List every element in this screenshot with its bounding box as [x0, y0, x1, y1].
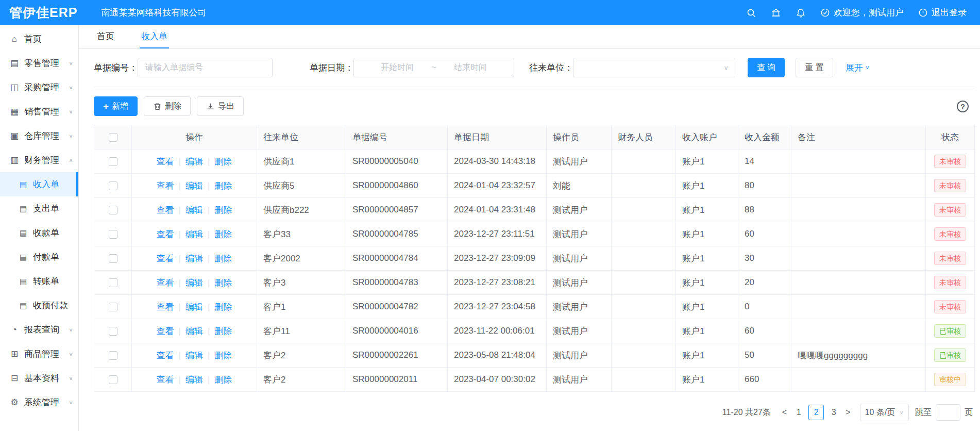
bill-no-input[interactable]	[138, 58, 273, 77]
sidebar-item-receipt-bill[interactable]: ▤ 收款单	[0, 221, 78, 245]
sidebar-item-warehouse[interactable]: ▣ 仓库管理 ∨	[0, 124, 78, 148]
edit-link[interactable]: 编辑	[185, 326, 203, 336]
delete-link[interactable]: 删除	[214, 351, 232, 360]
row-checkbox[interactable]	[109, 278, 117, 287]
sidebar-item-basic-data[interactable]: ⊟ 基本资料 ∨	[0, 366, 78, 390]
row-checkbox[interactable]	[109, 351, 117, 360]
view-link[interactable]: 查看	[157, 254, 174, 263]
row-checkbox[interactable]	[109, 327, 117, 336]
edit-link[interactable]: 编辑	[185, 302, 203, 312]
edit-link[interactable]: 编辑	[185, 181, 203, 191]
delete-button[interactable]: 删除	[144, 96, 191, 116]
bill-date-cell: 2023-04-07 00:30:02	[448, 368, 547, 392]
sidebar-item-goods[interactable]: ⊞ 商品管理 ∨	[0, 342, 78, 366]
operator-cell: 刘能	[547, 174, 612, 198]
operator-cell: 测试用户	[547, 271, 612, 295]
sidebar-item-retail[interactable]: ▤ 零售管理 ∨	[0, 51, 78, 75]
table-row: 查看|编辑|删除 客户2002 SR00000004784 2023-12-27…	[94, 246, 975, 271]
sidebar-item-label: 销售管理	[24, 106, 59, 118]
logout-button[interactable]: 退出登录	[918, 7, 967, 19]
sidebar-item-advance-receipt[interactable]: ▤ 收预付款	[0, 293, 78, 318]
finance-staff-cell	[612, 271, 676, 295]
view-link[interactable]: 查看	[157, 375, 174, 385]
page-number-1[interactable]: 1	[791, 405, 806, 420]
select-all-checkbox[interactable]	[109, 133, 117, 142]
row-checkbox[interactable]	[109, 206, 117, 214]
view-link[interactable]: 查看	[157, 302, 174, 312]
view-link[interactable]: 查看	[157, 157, 174, 167]
page-size-select[interactable]: 10 条/页 ∨	[860, 404, 909, 421]
add-button[interactable]: + 新增	[94, 96, 138, 116]
view-link[interactable]: 查看	[157, 351, 174, 360]
view-link[interactable]: 查看	[157, 181, 174, 191]
view-link[interactable]: 查看	[157, 229, 174, 239]
row-checkbox[interactable]	[109, 375, 117, 384]
prev-page-arrow[interactable]: <	[778, 408, 791, 417]
delete-link[interactable]: 删除	[214, 157, 232, 167]
row-checkbox[interactable]	[109, 181, 117, 190]
status-badge: 未审核	[934, 276, 966, 290]
chevron-down-icon: ∨	[899, 409, 904, 415]
sidebar-item-sales[interactable]: ▦ 销售管理 ∨	[0, 100, 78, 124]
page-number-2[interactable]: 2	[808, 405, 824, 420]
row-checkbox[interactable]	[109, 303, 117, 311]
delete-link[interactable]: 删除	[214, 326, 232, 336]
delete-link[interactable]: 删除	[214, 205, 232, 215]
view-link[interactable]: 查看	[157, 278, 174, 288]
sidebar-subitem-label: 支出单	[33, 203, 59, 214]
sidebar-item-home[interactable]: ⌂ 首页	[0, 27, 78, 51]
jump-page-input[interactable]	[936, 404, 960, 421]
sidebar-item-reports[interactable]: ◔ 报表查询 ∨	[0, 318, 78, 342]
income-amount-cell: 80	[738, 174, 791, 198]
view-link[interactable]: 查看	[157, 205, 174, 215]
sidebar-item-income-bill[interactable]: ▤ 收入单	[0, 172, 78, 196]
sidebar-item-label: 仓库管理	[24, 130, 59, 142]
delete-link[interactable]: 删除	[214, 229, 232, 239]
edit-link[interactable]: 编辑	[185, 229, 203, 239]
export-button[interactable]: 导出	[197, 96, 244, 116]
edit-link[interactable]: 编辑	[185, 254, 203, 263]
edit-link[interactable]: 编辑	[185, 351, 203, 360]
date-range-input[interactable]: 开始时间 ~ 结束时间	[353, 58, 514, 77]
delete-link[interactable]: 删除	[214, 278, 232, 288]
remark-cell	[791, 246, 926, 271]
next-page-arrow[interactable]: >	[841, 408, 854, 417]
edit-link[interactable]: 编辑	[185, 157, 203, 167]
delete-link[interactable]: 删除	[214, 181, 232, 191]
delete-link[interactable]: 删除	[214, 254, 232, 263]
edit-link[interactable]: 编辑	[185, 205, 203, 215]
search-button[interactable]: 查 询	[748, 58, 785, 77]
page-number-3[interactable]: 3	[826, 405, 841, 420]
page-jump: 跳至 页	[915, 404, 973, 421]
view-link[interactable]: 查看	[157, 326, 174, 336]
expand-filters-link[interactable]: 展开 ∨	[846, 62, 870, 74]
sidebar-item-expense-bill[interactable]: ▤ 支出单	[0, 196, 78, 221]
edit-link[interactable]: 编辑	[185, 375, 203, 385]
edit-link[interactable]: 编辑	[185, 278, 203, 288]
search-icon[interactable]	[746, 8, 756, 18]
partner-select[interactable]: ∨	[573, 58, 735, 77]
welcome-text: 欢迎您，测试用户	[834, 7, 904, 19]
sidebar-item-finance[interactable]: ▥ 财务管理 ∧	[0, 148, 78, 172]
delete-link[interactable]: 删除	[214, 375, 232, 385]
sidebar-item-payment-bill[interactable]: ▤ 付款单	[0, 245, 78, 269]
income-account-cell: 账户1	[676, 246, 738, 271]
row-checkbox[interactable]	[109, 230, 117, 239]
sidebar-item-purchase[interactable]: ◫ 采购管理 ∨	[0, 75, 78, 100]
sidebar-item-transfer-bill[interactable]: ▤ 转账单	[0, 269, 78, 293]
site-home-icon[interactable]	[771, 8, 781, 18]
row-checkbox[interactable]	[109, 157, 117, 166]
delete-link[interactable]: 删除	[214, 302, 232, 312]
row-checkbox[interactable]	[109, 254, 117, 263]
reset-button[interactable]: 重 置	[796, 58, 833, 77]
tab-income-bill[interactable]: 收入单	[140, 25, 169, 48]
help-icon[interactable]: ?	[957, 101, 969, 112]
operator-cell: 测试用户	[547, 150, 612, 174]
income-account-cell: 账户1	[676, 295, 738, 319]
tab-home[interactable]: 首页	[95, 25, 116, 48]
sidebar-item-label: 商品管理	[24, 348, 59, 360]
bell-icon[interactable]	[796, 8, 806, 18]
chevron-down-icon: ∨	[723, 64, 729, 72]
sidebar-item-system[interactable]: ⚙ 系统管理 ∨	[0, 390, 78, 415]
welcome-user[interactable]: 欢迎您，测试用户	[820, 7, 904, 19]
